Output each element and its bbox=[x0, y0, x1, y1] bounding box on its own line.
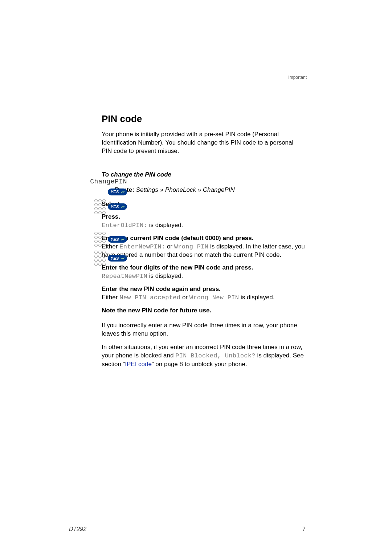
intro-paragraph: Your phone is initially provided with a … bbox=[102, 130, 305, 155]
display-repeatnewpin: RepeatNewPIN bbox=[102, 273, 147, 280]
margin-keypad-yes-2: YES bbox=[69, 232, 127, 247]
display-wrongnewpin: Wrong New PIN bbox=[189, 294, 239, 301]
page-title: PIN code bbox=[102, 113, 305, 125]
footer: DT292 7 bbox=[69, 525, 306, 533]
ipei-code-link[interactable]: IPEI code bbox=[125, 361, 152, 368]
margin-yes-button-1: YES bbox=[69, 187, 127, 196]
yes-button-icon: YES bbox=[108, 236, 127, 243]
step-enter-again: Enter the new PIN code again and press. … bbox=[102, 285, 305, 302]
margin-keypad-yes-1: YES bbox=[69, 199, 127, 214]
display-enteroldpin: EnterOldPIN: bbox=[102, 222, 147, 229]
step-enter-four: Enter the four digits of the new PIN cod… bbox=[102, 264, 305, 281]
step-enter-current: Enter the current PIN code (default 0000… bbox=[102, 234, 305, 260]
display-pinblocked: PIN Blocked, Unblock? bbox=[175, 352, 256, 359]
display-wrongpin: Wrong PIN bbox=[174, 243, 209, 250]
para-other-situations: In other situations, if you enter an inc… bbox=[102, 343, 305, 369]
page: Important ChangePIN YES YES bbox=[0, 0, 392, 555]
keypad-icon bbox=[94, 251, 106, 266]
footer-page-number: 7 bbox=[302, 525, 306, 533]
step-press: Press. EnterOldPIN: is displayed. bbox=[102, 213, 305, 230]
yes-button-icon: YES bbox=[108, 255, 127, 262]
display-newpinaccepted: New PIN accepted bbox=[119, 294, 180, 301]
para-incorrect-entry: If you incorrectly enter a new PIN code … bbox=[102, 321, 305, 338]
note-future-use: Note the new PIN code for future use. bbox=[102, 307, 305, 315]
main-content: PIN code Your phone is initially provide… bbox=[102, 113, 305, 369]
margin-keypad-yes-3: YES bbox=[69, 251, 127, 266]
yes-button-icon: YES bbox=[108, 189, 127, 195]
footer-model: DT292 bbox=[69, 525, 86, 533]
step-select: Select. bbox=[102, 200, 305, 208]
margin-changepin-label: ChangePIN bbox=[69, 177, 127, 186]
route-line: Route: Settings » PhoneLock » ChangePIN bbox=[115, 186, 305, 194]
keypad-icon bbox=[94, 199, 106, 214]
route-path: Settings » PhoneLock » ChangePIN bbox=[134, 186, 235, 193]
yes-button-icon: YES bbox=[108, 203, 127, 210]
keypad-icon bbox=[94, 232, 106, 247]
header-section-label: Important bbox=[288, 74, 307, 80]
